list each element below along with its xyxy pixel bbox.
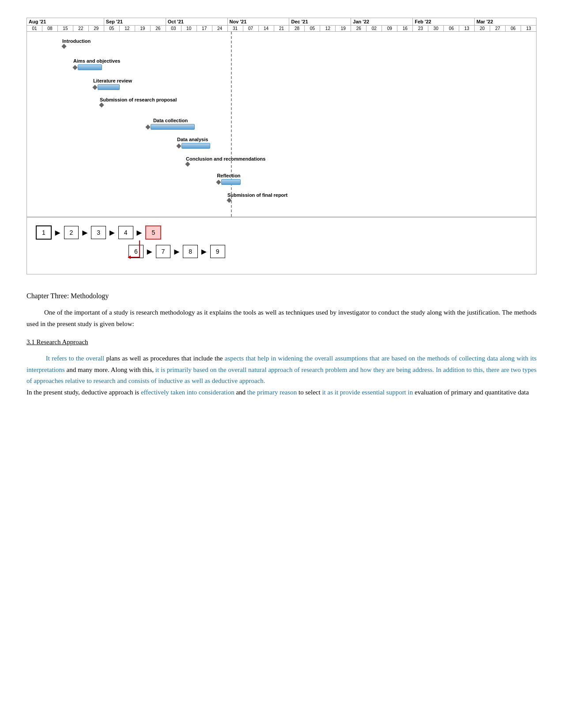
gantt-date: 06 (444, 26, 459, 32)
flow-box-1: 1 (36, 225, 52, 240)
gantt-date: 20 (475, 26, 490, 32)
flow-box-9: 9 (210, 245, 225, 258)
gantt-date: 28 (289, 26, 305, 32)
gantt-body: Introduction Aims and objectives Literat… (26, 32, 537, 217)
flow-box-8: 8 (183, 245, 198, 258)
flow-arrow-3: ► (108, 228, 117, 238)
chapter-intro-text: One of the important of a study is resea… (26, 309, 537, 327)
gantt-task-final-report: Submission of final report (227, 192, 287, 202)
flow-box-4: 4 (118, 226, 133, 239)
gantt-task-conclusion: Conclusion and recommendations (186, 156, 265, 166)
para-text-11: it as it provide essential support in (322, 389, 413, 396)
gantt-date: 23 (413, 26, 428, 32)
gantt-chart-wrapper: Aug '21 Sep '21 Oct '21 Nov '21 Dec '21 … (26, 18, 537, 217)
gantt-date: 12 (119, 26, 135, 32)
gantt-task-literature: Literature review (93, 78, 132, 90)
section-heading-research-approach: 3.1 Research Approach (26, 338, 537, 346)
gantt-date: 09 (382, 26, 397, 32)
gantt-date: 13 (521, 26, 537, 32)
gantt-dotted-line-1 (231, 32, 232, 217)
gantt-task-reflection: Reflection (217, 173, 241, 185)
gantt-task-data-collection: Data collection (146, 118, 195, 130)
para-text-9: the primary reason (247, 389, 297, 396)
gantt-date: 10 (181, 26, 196, 32)
flow-box-5: 5 (145, 225, 161, 240)
gantt-date: 26 (150, 26, 166, 32)
gantt-date: 19 (336, 26, 351, 32)
gantt-month-dec: Dec '21 (289, 18, 351, 26)
flow-row-2: 6 ► 7 ► 8 ► 9 (128, 245, 527, 258)
gantt-month-aug: Aug '21 (27, 18, 104, 26)
para-text-1: It refers to the overall (46, 355, 104, 362)
gantt-date: 05 (104, 26, 119, 32)
chapter-section: Chapter Three: Methodology One of the im… (26, 292, 537, 398)
flow-box-2: 2 (64, 226, 79, 239)
para-text-8: and (234, 389, 247, 396)
gantt-month-sep: Sep '21 (104, 18, 166, 26)
gantt-task-submission-proposal: Submission of research proposal (100, 97, 177, 107)
gantt-date: 22 (73, 26, 88, 32)
gantt-month-nov: Nov '21 (227, 18, 289, 26)
para-text-12: evaluation of primary and quantitative d… (413, 389, 529, 396)
gantt-date: 06 (506, 26, 521, 32)
gantt-date: 03 (166, 26, 181, 32)
gantt-date: 07 (243, 26, 258, 32)
para-text-6: In the present study, deductive approach… (26, 389, 141, 396)
gantt-date: 21 (274, 26, 289, 32)
flow-diagram: 1 ► 2 ► 3 ► 4 ► 5 6 ► 7 ► 8 ► 9 (26, 217, 537, 274)
flow-arrow-1: ► (53, 228, 62, 238)
gantt-date: 16 (397, 26, 413, 32)
gantt-month-oct: Oct '21 (166, 18, 227, 26)
gantt-month-jan: Jan '22 (351, 18, 413, 26)
gantt-task-introduction: Introduction (62, 38, 91, 48)
gantt-date: 12 (320, 26, 336, 32)
gantt-date: 15 (57, 26, 73, 32)
gantt-date: 01 (27, 26, 42, 32)
chapter-title: Chapter Three: Methodology (26, 292, 537, 300)
gantt-month-mar: Mar '22 (475, 18, 537, 26)
flow-box-7: 7 (156, 245, 171, 258)
chapter-intro-paragraph: One of the important of a study is resea… (26, 307, 537, 330)
gantt-date: 29 (88, 26, 104, 32)
gantt-month-feb: Feb '22 (413, 18, 475, 26)
gantt-date: 02 (367, 26, 382, 32)
gantt-date: 26 (351, 26, 367, 32)
gantt-task-aims: Aims and objectives (73, 58, 120, 70)
gantt-date: 08 (42, 26, 57, 32)
gantt-date: 19 (135, 26, 150, 32)
gantt-date: 24 (212, 26, 227, 32)
para-text-7: effectively taken into consideration (141, 389, 234, 396)
gantt-date: 05 (305, 26, 320, 32)
flow-arrow-4: ► (135, 228, 144, 238)
gantt-date: 14 (258, 26, 274, 32)
flow-arrow-7: ► (172, 247, 181, 257)
flow-box-6: 6 (128, 245, 144, 258)
gantt-task-data-analysis: Data analysis (177, 137, 210, 149)
research-approach-paragraph: It refers to the overall plans as well a… (26, 353, 537, 398)
para-text-2: plans as well as procedures that include… (104, 355, 225, 362)
flow-arrow-2: ► (80, 228, 89, 238)
gantt-chart-inner: Aug '21 Sep '21 Oct '21 Nov '21 Dec '21 … (26, 18, 537, 217)
para-text-4: and many more. Along with this, (65, 366, 155, 373)
gantt-date: 17 (196, 26, 212, 32)
gantt-date: 31 (227, 26, 243, 32)
gantt-date: 27 (490, 26, 506, 32)
gantt-date: 13 (459, 26, 475, 32)
flow-arrow-6: ► (145, 247, 154, 257)
flow-arrow-8: ► (200, 247, 208, 257)
gantt-date: 30 (428, 26, 444, 32)
flow-row-1: 1 ► 2 ► 3 ► 4 ► 5 (36, 225, 527, 240)
para-text-10: to select (297, 389, 322, 396)
flow-box-3: 3 (91, 226, 106, 239)
